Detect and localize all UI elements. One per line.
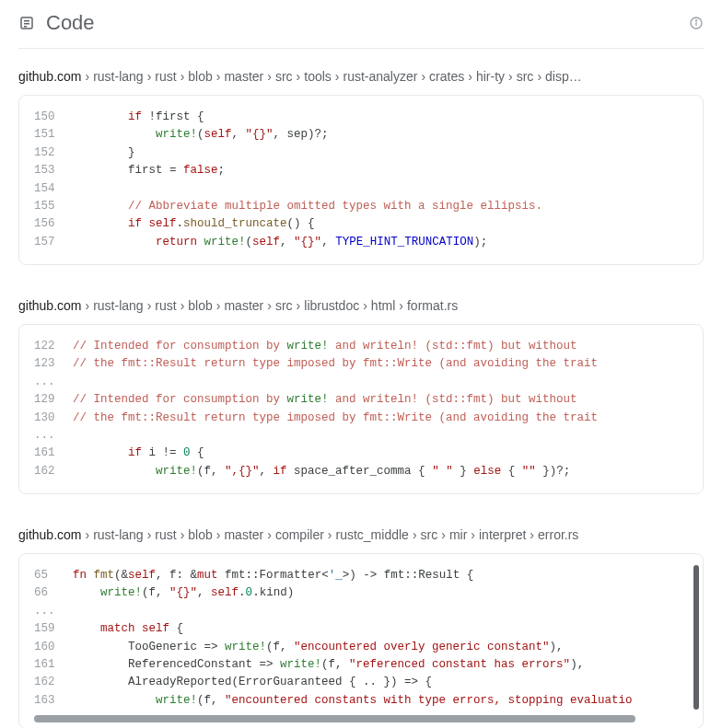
line-number: 153 xyxy=(34,162,73,179)
line-number: 155 xyxy=(34,198,73,215)
scrollbar-horizontal-track xyxy=(34,715,688,722)
code-snippet[interactable]: 150 if !first {151 write!(self, "{}", se… xyxy=(18,95,704,265)
code-line: 150 if !first { xyxy=(34,109,688,126)
chevron-right-icon: › xyxy=(180,527,185,542)
breadcrumb-segment[interactable]: tools xyxy=(304,69,332,84)
breadcrumb[interactable]: github.com›rust-lang›rust›blob›master›co… xyxy=(18,527,704,542)
code-line: 162 write!(f, ",{}", if space_after_comm… xyxy=(34,463,688,480)
breadcrumb-segment[interactable]: src xyxy=(421,527,438,542)
chevron-right-icon: › xyxy=(421,69,425,84)
code-line: 130// the fmt::Result return type impose… xyxy=(34,410,688,427)
breadcrumb-segment[interactable]: librustdoc xyxy=(304,298,359,313)
breadcrumb-segment[interactable]: rust xyxy=(155,298,176,313)
code-line: 159 match self { xyxy=(34,620,688,638)
chevron-right-icon: › xyxy=(216,298,221,313)
line-number: 152 xyxy=(34,144,73,162)
breadcrumb-segment[interactable]: rust-lang xyxy=(93,69,143,84)
breadcrumb-segment[interactable]: src xyxy=(275,69,293,84)
line-number: 150 xyxy=(34,109,73,126)
breadcrumb[interactable]: github.com›rust-lang›rust›blob›master›sr… xyxy=(18,298,704,313)
breadcrumb-domain[interactable]: github.com xyxy=(18,69,81,84)
line-number: 157 xyxy=(34,234,73,251)
breadcrumb-segment[interactable]: master xyxy=(224,69,263,84)
breadcrumb-segment[interactable]: rust-analyzer xyxy=(344,69,418,84)
breadcrumb-segment[interactable]: disp… xyxy=(545,69,582,84)
breadcrumb-segment[interactable]: html xyxy=(371,298,395,313)
scrollbar-vertical[interactable] xyxy=(693,565,699,710)
breadcrumb-domain[interactable]: github.com xyxy=(18,527,81,542)
chevron-right-icon: › xyxy=(216,69,221,84)
code-line: 161 ReferencedConstant => write!(f, "ref… xyxy=(34,656,688,674)
breadcrumb-segment[interactable]: rust-lang xyxy=(93,298,143,313)
line-number: 160 xyxy=(34,639,73,656)
chevron-right-icon: › xyxy=(468,69,472,84)
code-content: write!(f, "{}", self.0.kind) xyxy=(73,584,688,602)
code-snippet[interactable]: 65fn fmt(&self, f: &mut fmt::Formatter<'… xyxy=(18,553,704,728)
chevron-right-icon: › xyxy=(180,298,185,313)
code-line: 157 return write!(self, "{}", TYPE_HINT_… xyxy=(34,234,688,251)
code-line: 152 } xyxy=(34,144,688,162)
chevron-right-icon: › xyxy=(147,527,152,542)
code-line: 160 TooGeneric => write!(f, "encountered… xyxy=(34,639,688,656)
breadcrumb-segment[interactable]: rust xyxy=(155,69,176,84)
chevron-right-icon: › xyxy=(399,298,403,313)
breadcrumb-segment[interactable]: master xyxy=(224,298,263,313)
breadcrumb-segment[interactable]: rustc_middle xyxy=(336,527,409,542)
breadcrumb-segment[interactable]: blob xyxy=(188,298,212,313)
code-line: 162 AlreadyReported(ErrorGuaranteed { ..… xyxy=(34,674,688,691)
section-title: Code xyxy=(46,11,95,35)
chevron-right-icon: › xyxy=(216,527,221,542)
code-line: 154 xyxy=(34,180,688,198)
chevron-right-icon: › xyxy=(441,527,446,542)
breadcrumb-segment[interactable]: interpret xyxy=(479,527,526,542)
code-line: 163 write!(f, "encountered constants wit… xyxy=(34,692,688,710)
code-content: match self { xyxy=(73,620,688,638)
breadcrumb-segment[interactable]: compiler xyxy=(275,527,324,542)
line-number: 154 xyxy=(34,180,73,198)
code-content: } xyxy=(73,144,688,162)
code-content xyxy=(73,374,688,391)
chevron-right-icon: › xyxy=(413,527,417,542)
chevron-right-icon: › xyxy=(85,298,89,313)
breadcrumb-segment[interactable]: master xyxy=(224,527,263,542)
code-content xyxy=(73,427,688,445)
code-content: if i != 0 { xyxy=(73,445,688,462)
line-number: 65 xyxy=(34,567,73,584)
breadcrumb-segment[interactable]: format.rs xyxy=(407,298,458,313)
breadcrumb-domain[interactable]: github.com xyxy=(18,298,81,313)
line-number: 163 xyxy=(34,692,73,710)
code-icon xyxy=(18,15,35,31)
code-line: ... xyxy=(34,374,688,391)
breadcrumb-segment[interactable]: blob xyxy=(188,69,212,84)
breadcrumb-segment[interactable]: src xyxy=(517,69,534,84)
breadcrumb-segment[interactable]: blob xyxy=(188,527,212,542)
line-number: 66 xyxy=(34,584,73,602)
scrollbar-horizontal[interactable] xyxy=(34,715,635,722)
chevron-right-icon: › xyxy=(297,298,301,313)
chevron-right-icon: › xyxy=(530,527,534,542)
breadcrumb[interactable]: github.com›rust-lang›rust›blob›master›sr… xyxy=(18,69,704,84)
line-number: 123 xyxy=(34,355,73,373)
code-line: 161 if i != 0 { xyxy=(34,445,688,462)
code-content: // the fmt::Result return type imposed b… xyxy=(73,410,688,427)
code-line: ... xyxy=(34,427,688,445)
line-number: 151 xyxy=(34,126,73,144)
breadcrumb-segment[interactable]: src xyxy=(275,298,293,313)
line-number: 156 xyxy=(34,215,73,233)
breadcrumb-segment[interactable]: mir xyxy=(449,527,467,542)
chevron-right-icon: › xyxy=(147,69,152,84)
code-content: TooGeneric => write!(f, "encountered ove… xyxy=(73,639,688,656)
line-number: 161 xyxy=(34,656,73,674)
breadcrumb-segment[interactable]: rust-lang xyxy=(93,527,143,542)
breadcrumb-segment[interactable]: hir-ty xyxy=(476,69,505,84)
line-number: 162 xyxy=(34,463,73,480)
breadcrumb-segment[interactable]: rust xyxy=(155,527,176,542)
breadcrumb-segment[interactable]: error.rs xyxy=(538,527,578,542)
line-number: ... xyxy=(34,374,73,391)
line-number: 122 xyxy=(34,338,73,355)
info-icon[interactable] xyxy=(689,16,704,30)
code-content: if self.should_truncate() { xyxy=(73,215,688,233)
line-number: ... xyxy=(34,603,73,620)
code-snippet[interactable]: 122// Intended for consumption by write!… xyxy=(18,324,704,494)
breadcrumb-segment[interactable]: crates xyxy=(429,69,464,84)
